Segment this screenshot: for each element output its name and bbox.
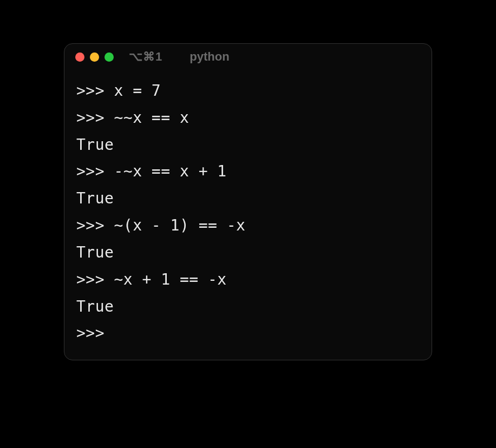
terminal-output: True [76,136,114,154]
terminal-line: >>> ~x + 1 == -x [76,266,420,293]
terminal-line: >>> ~(x - 1) == -x [76,212,420,239]
traffic-lights [75,52,114,62]
terminal-input: ~(x - 1) == -x [114,216,245,234]
terminal-line: True [76,185,420,212]
prompt: >>> [76,109,114,127]
terminal-window: ⌥⌘1 python >>> x = 7 >>> ~~x == x True >… [64,43,432,360]
prompt: >>> [76,162,114,180]
terminal-input: x = 7 [114,82,161,100]
terminal-line: True [76,293,420,320]
terminal-line: True [76,239,420,266]
terminal-input: ~~x == x [114,109,189,127]
terminal-body[interactable]: >>> x = 7 >>> ~~x == x True >>> -~x == x… [64,70,432,360]
terminal-line: >>> x = 7 [76,77,420,104]
close-button[interactable] [75,52,84,62]
prompt: >>> [76,82,114,100]
prompt: >>> [76,324,114,342]
terminal-line: >>> [76,320,420,347]
terminal-output: True [76,189,114,207]
minimize-button[interactable] [90,52,99,62]
terminal-line: >>> -~x == x + 1 [76,158,420,185]
terminal-line: True [76,131,420,159]
shortcut-label: ⌥⌘1 [129,50,162,64]
terminal-input: ~x + 1 == -x [114,271,226,288]
terminal-line: >>> ~~x == x [76,104,420,131]
tab-title: python [190,50,229,64]
prompt: >>> [76,216,114,234]
prompt: >>> [76,271,114,288]
terminal-output: True [76,298,114,315]
maximize-button[interactable] [105,52,114,62]
terminal-output: True [76,243,114,261]
terminal-input: -~x == x + 1 [114,162,226,180]
titlebar: ⌥⌘1 python [64,44,432,70]
